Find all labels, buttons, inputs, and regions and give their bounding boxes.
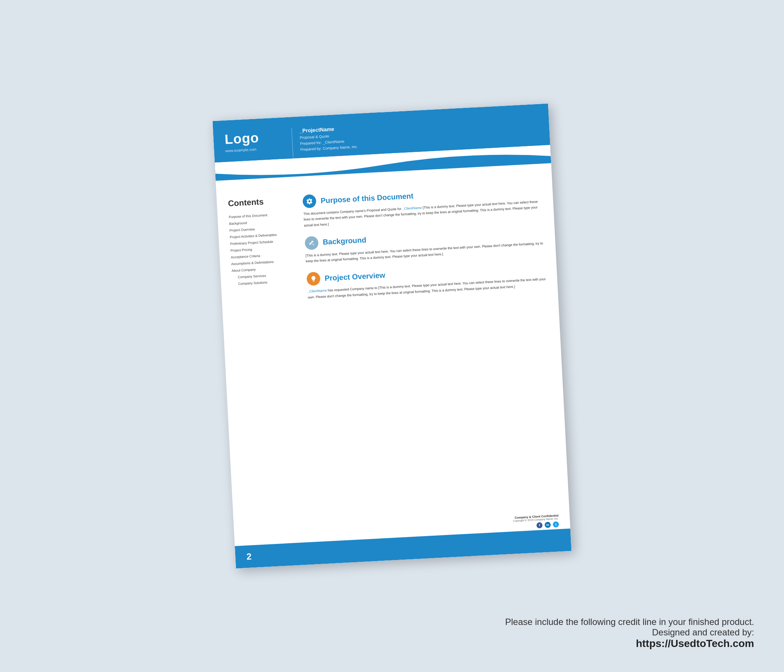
purpose-title: Purpose of this Document	[320, 191, 414, 205]
wrench-icon	[308, 239, 315, 246]
client-name-1: _ClientName	[402, 206, 422, 210]
gear-icon	[306, 198, 313, 205]
credit-url: https://UsedtoTech.com	[505, 638, 754, 650]
toc-list: Purpose of this Document Background Proj…	[229, 210, 299, 288]
social-icons: f in t	[513, 521, 559, 529]
document-page: Logo www.example.com _ProjectName Propos…	[212, 103, 572, 568]
facebook-icon: f	[537, 522, 543, 529]
page-number: 2	[246, 551, 252, 562]
credit-line1: Please include the following credit line…	[505, 617, 754, 627]
logo-area: Logo www.example.com	[224, 125, 285, 153]
section-background: Background [This is a dummy text. Please…	[305, 224, 545, 264]
logo-url: www.example.com	[225, 147, 257, 153]
main-content: Purpose of this Document This document c…	[302, 182, 547, 309]
section-purpose: Purpose of this Document This document c…	[302, 182, 543, 229]
client-name-2: _ClientName	[307, 289, 327, 294]
header-info: _ProjectName Proposal & Quote Prepared f…	[299, 121, 358, 153]
page-footer: 2	[235, 529, 572, 569]
table-of-contents: Contents Purpose of this Document Backgr…	[228, 195, 301, 313]
header-subtitle: Proposal & Quote Prepared for: _ClientNa…	[299, 132, 358, 153]
purpose-icon-circle	[302, 194, 317, 208]
header-divider	[291, 128, 293, 158]
page-body: Contents Purpose of this Document Backgr…	[216, 171, 558, 321]
credit-section: Please include the following credit line…	[505, 617, 754, 650]
pre-footer: Company & Client Confidential Copyright …	[513, 514, 559, 529]
page-header: Logo www.example.com _ProjectName Propos…	[212, 103, 551, 181]
background-icon-circle	[305, 236, 319, 250]
overview-icon-circle	[306, 272, 321, 286]
credit-line2: Designed and created by:	[505, 627, 754, 638]
logo-text: Logo	[224, 130, 260, 148]
twitter-icon: t	[553, 521, 559, 527]
lightbulb-icon	[310, 275, 317, 283]
section-overview: Project Overview _ClientName has request…	[306, 260, 546, 300]
toc-title: Contents	[228, 195, 295, 208]
background-title: Background	[322, 236, 367, 247]
linkedin-icon: in	[545, 521, 551, 528]
overview-title: Project Overview	[324, 271, 385, 283]
